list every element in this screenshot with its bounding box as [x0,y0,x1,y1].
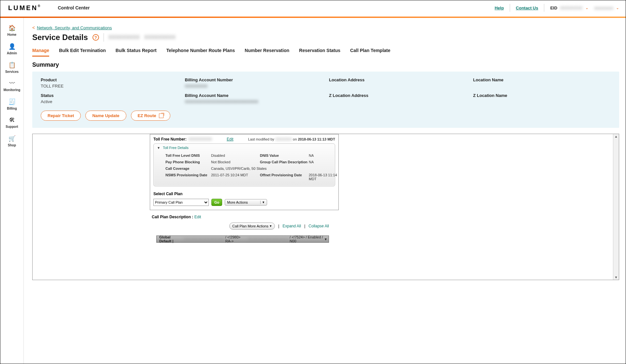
sidebar-item-label: Admin [7,51,17,55]
toll-free-box: Toll Free Number: XXXXXXXXX Edit Last mo… [150,134,339,210]
sidebar-item-home[interactable]: 🏠Home [2,22,22,38]
field-value: Not Blocked [211,160,260,164]
tfn-label: Toll Free Number: [153,137,187,142]
global-default-prefix: Global Default | [159,235,183,243]
help-icon[interactable]: ? [92,34,99,41]
summary-z-location-name: Z Location Name [473,93,611,104]
call-plan-section: Call Plan Description : Edit Call Plan M… [150,210,339,243]
repair-ticket-button[interactable]: Repair Ticket [41,111,81,121]
brand-logo: LUMEN® [8,4,41,12]
sidebar-item-admin[interactable]: 👤Admin [2,41,22,57]
summary-product: ProductTOLL FREE [41,77,178,88]
eid-label: EID [550,6,557,10]
user-dropdown[interactable]: xxxxxxxxx ⌄ [594,6,619,10]
ez-route-button[interactable]: EZ Route [131,111,170,121]
help-link[interactable]: Help [495,6,504,10]
sidebar-item-label: Billing [7,107,17,110]
legacy-scrollbar[interactable]: ▲ ▼ [613,134,619,280]
field-value: NA [309,160,341,164]
tab-call-plan-template[interactable]: Call Plan Template [350,48,390,57]
toll-free-details-toggle[interactable]: ▼ Toll Free Details [154,144,335,152]
field-value: 2018-06-13 11:14 MDT [309,173,341,181]
call-plan-actions-row: Call Plan More Actions ▼ | Expand All | … [150,222,339,230]
toll-free-details-title: Toll Free Details [163,146,189,150]
global-default-blur2: XXXXXXXXXXXXXXXXX [248,237,289,241]
field-label: NSMS Provisioning Date [165,173,211,181]
sidebar-item-monitoring[interactable]: 〰Monitoring [2,78,22,94]
sidebar-item-services[interactable]: 📋Services [2,60,22,75]
left-sidebar: 🏠Home 👤Admin 📋Services 〰Monitoring 🧾Bill… [0,18,24,364]
expand-all-link[interactable]: Expand All [282,224,301,228]
field-label: Toll Free Level DNIS [165,154,211,157]
back-icon[interactable]: < [32,25,35,30]
sidebar-item-label: Shop [8,143,16,147]
sidebar-item-label: Monitoring [4,88,21,92]
field-label: Location Name [473,77,611,82]
field-label: DNIS Value [260,154,309,157]
tab-number-reservation[interactable]: Number Reservation [245,48,289,57]
contact-link[interactable]: Contact Us [516,6,538,10]
collapse-all-link[interactable]: Collapse All [308,224,329,228]
call-plan-description-row: Call Plan Description : Edit [150,210,339,222]
tab-bulk-edit-termination[interactable]: Bulk Edit Termination [59,48,106,57]
ez-route-label: EZ Route [138,113,156,118]
home-icon: 🏠 [8,24,16,32]
eid-dropdown[interactable]: EID XXXXXXXX ⌄ [550,6,588,10]
go-button[interactable]: Go [211,199,222,206]
pipe-divider: | [304,224,305,228]
sidebar-item-billing[interactable]: 🧾Billing [2,96,22,112]
global-default-row[interactable]: Global Default | XXXXXXXXXXXXXXXXX / <!2… [156,236,329,243]
field-value: 2011-07-25 10:24 MDT [211,173,260,181]
lastmod-ts: 2018-06-13 11:13 MDT [298,137,335,141]
summary-ban-name: Billing Account NameXXXXXXXXXXXXXXXXXXXX… [185,93,323,104]
sidebar-item-support[interactable]: 🛠Support [2,115,22,130]
tfn-edit-link[interactable]: Edit [227,137,234,142]
summary-ban: Billing Account NumberXXXXXXXX [185,77,323,88]
chevron-down-icon: ▼ [269,224,272,228]
tfn-last-modified: Last modified by XXXXXXX on 2018-06-13 1… [248,137,335,141]
field-label: Location Address [329,77,467,82]
select-call-plan-controls: Primary Call Plan Go More Actions ▼ [153,199,335,206]
call-plan-select[interactable]: Primary Call Plan [153,199,209,206]
page-title: Service Details [32,33,88,42]
sidebar-item-shop[interactable]: 🛒Shop [2,133,22,149]
field-label: Pay Phone Blocking [165,160,211,164]
topbar-divider [510,4,510,12]
chevron-down-icon: ▼ [324,237,327,241]
support-icon: 🛠 [9,117,15,124]
product-name: Control Center [58,5,90,10]
toll-free-header: Toll Free Number: XXXXXXXXX Edit Last mo… [150,134,338,143]
call-plan-description-edit[interactable]: Edit [194,215,201,219]
scroll-up-icon[interactable]: ▲ [615,134,618,139]
chevron-down-icon: ⌄ [616,6,619,10]
top-bar-left: LUMEN® Control Center [8,4,90,12]
legacy-inner: Toll Free Number: XXXXXXXXX Edit Last mo… [33,134,619,243]
triangle-down-icon: ▼ [157,146,160,150]
field-value: Disabled [211,154,260,157]
call-plan-more-actions-label: Call Plan More Actions [232,224,268,228]
tab-reservation-status[interactable]: Reservation Status [299,48,340,57]
chevron-down-icon: ▼ [260,201,265,204]
main-content: < Network, Security, and Communications … [24,18,626,364]
select-call-plan-row: Select Call Plan Primary Call Plan Go Mo… [150,190,338,210]
tab-manage[interactable]: Manage [32,48,49,57]
brand-logo-text: LUMEN [8,4,38,12]
user-icon: 👤 [8,43,16,50]
breadcrumb-link[interactable]: Network, Security, and Communications [37,25,112,30]
field-value: XXXXXXXX [185,84,323,88]
tfn-value: XXXXXXXXX [189,137,212,142]
name-update-button[interactable]: Name Update [85,111,126,121]
list-icon: 📋 [8,61,16,69]
global-default-mid1: / <!2980> RA-> [225,235,247,243]
scroll-down-icon[interactable]: ▼ [615,275,618,280]
tab-bulk-status-report[interactable]: Bulk Status Report [116,48,157,57]
field-label: Status [41,93,178,98]
toll-free-header-left: Toll Free Number: XXXXXXXXX [153,137,212,142]
sidebar-item-label: Support [6,125,18,128]
global-default-mid2: / <!7524> / Enabled / N00 [290,235,326,243]
more-actions-dropdown[interactable]: More Actions ▼ [225,199,267,206]
tab-tn-route-plans[interactable]: Telephone Number Route Plans [166,48,235,57]
toll-free-details-panel: ▼ Toll Free Details Toll Free Level DNIS… [153,143,335,186]
call-plan-more-actions-dropdown[interactable]: Call Plan More Actions ▼ [229,222,275,230]
summary-card: ProductTOLL FREE Billing Account NumberX… [32,72,619,128]
